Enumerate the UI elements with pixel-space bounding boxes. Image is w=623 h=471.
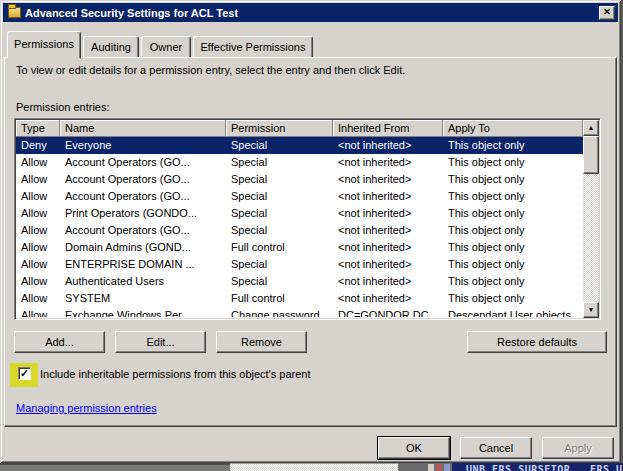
- cell-type: Allow: [16, 154, 60, 171]
- cell-permission: Special: [226, 188, 333, 205]
- tab-effective-permissions[interactable]: Effective Permissions: [193, 36, 313, 58]
- cell-inherited-from: <not inherited>: [333, 171, 443, 188]
- cell-permission: Special: [226, 154, 333, 171]
- background-console-strip: UNB ERS SURSETOR ERS U: [452, 463, 623, 471]
- cell-name: Account Operators (GO...: [60, 188, 226, 205]
- cell-type: Allow: [16, 171, 60, 188]
- cell-name: Authenticated Users: [60, 273, 226, 290]
- inherit-permissions-checkbox[interactable]: ✓: [18, 367, 31, 380]
- cell-inherited-from: <not inherited>: [333, 239, 443, 256]
- cell-permission: Special: [226, 222, 333, 239]
- window-title: Advanced Security Settings for ACL Test: [25, 7, 599, 19]
- check-icon: ✓: [20, 367, 29, 379]
- add-button[interactable]: Add...: [14, 331, 105, 353]
- table-row[interactable]: Allow Account Operators (GO... Special <…: [16, 188, 583, 205]
- cell-apply-to: This object only: [443, 137, 583, 154]
- cell-type: Allow: [16, 239, 60, 256]
- column-header-type[interactable]: Type: [16, 120, 60, 137]
- background-window-strip: UNB ERS SURSETOR ERS U: [0, 463, 623, 471]
- cancel-button[interactable]: Cancel: [460, 437, 532, 459]
- cell-name: Domain Admins (GOND...: [60, 239, 226, 256]
- close-button[interactable]: ✕: [599, 6, 615, 20]
- column-header-apply-to[interactable]: Apply To: [443, 120, 583, 137]
- scrollbar-thumb[interactable]: [583, 136, 599, 174]
- title-bar[interactable]: Advanced Security Settings for ACL Test …: [3, 3, 618, 22]
- folder-security-icon: [8, 7, 21, 18]
- cell-permission: Special: [226, 137, 333, 154]
- cell-type: Allow: [16, 222, 60, 239]
- cell-name: Account Operators (GO...: [60, 171, 226, 188]
- managing-permission-entries-link[interactable]: Managing permission entries: [16, 402, 157, 414]
- scroll-down-icon[interactable]: ▼: [583, 302, 599, 318]
- cell-inherited-from: <not inherited>: [333, 290, 443, 307]
- cell-name: Account Operators (GO...: [60, 154, 226, 171]
- inherit-permissions-label[interactable]: Include inheritable permissions from thi…: [40, 368, 311, 380]
- list-header: Type Name Permission Inherited From Appl…: [16, 120, 583, 137]
- vertical-scrollbar[interactable]: ▲ ▼: [583, 120, 599, 318]
- cell-type: Allow: [16, 188, 60, 205]
- cell-permission: Full control: [226, 290, 333, 307]
- close-icon: ✕: [603, 7, 611, 17]
- cell-inherited-from: <not inherited>: [333, 273, 443, 290]
- table-row[interactable]: Allow SYSTEM Full control <not inherited…: [16, 290, 583, 307]
- cell-inherited-from: <not inherited>: [333, 154, 443, 171]
- permission-rows: Deny Everyone Special <not inherited> Th…: [16, 137, 583, 317]
- cell-name: SYSTEM: [60, 290, 226, 307]
- table-row[interactable]: Allow Domain Admins (GOND... Full contro…: [16, 239, 583, 256]
- cell-apply-to: This object only: [443, 256, 583, 273]
- background-icon-fragment: [428, 464, 450, 471]
- table-row[interactable]: Allow Account Operators (GO... Special <…: [16, 222, 583, 239]
- cell-apply-to: This object only: [443, 239, 583, 256]
- remove-button[interactable]: Remove: [216, 331, 307, 353]
- cell-apply-to: This object only: [443, 222, 583, 239]
- cell-inherited-from: DC=GONDOR,DC...: [333, 307, 443, 317]
- cell-inherited-from: <not inherited>: [333, 256, 443, 273]
- background-clipped-text: UNB ERS SURSETOR ERS U: [466, 464, 623, 471]
- cell-permission: Special: [226, 256, 333, 273]
- cell-permission: Full control: [226, 239, 333, 256]
- table-row[interactable]: Allow Exchange Windows Per... Change pas…: [16, 307, 583, 317]
- apply-button[interactable]: Apply: [542, 437, 614, 459]
- advanced-security-settings-dialog: Advanced Security Settings for ACL Test …: [0, 0, 621, 463]
- table-row[interactable]: Allow Authenticated Users Special <not i…: [16, 273, 583, 290]
- cell-permission: Special: [226, 205, 333, 222]
- ok-button[interactable]: OK: [378, 437, 450, 459]
- cell-apply-to: This object only: [443, 290, 583, 307]
- cell-name: ENTERPRISE DOMAIN ...: [60, 256, 226, 273]
- restore-defaults-button[interactable]: Restore defaults: [467, 331, 607, 353]
- background-dark-segment: [398, 463, 428, 471]
- table-row[interactable]: Deny Everyone Special <not inherited> Th…: [16, 137, 583, 154]
- cell-type: Allow: [16, 205, 60, 222]
- edit-button[interactable]: Edit...: [115, 331, 206, 353]
- cell-inherited-from: <not inherited>: [333, 188, 443, 205]
- cell-inherited-from: <not inherited>: [333, 222, 443, 239]
- cell-apply-to: Descendant User objects: [443, 307, 583, 317]
- scroll-up-icon[interactable]: ▲: [583, 120, 599, 136]
- tab-owner[interactable]: Owner: [141, 36, 191, 58]
- cell-name: Account Operators (GO...: [60, 222, 226, 239]
- cell-type: Deny: [16, 137, 60, 154]
- table-row[interactable]: Allow ENTERPRISE DOMAIN ... Special <not…: [16, 256, 583, 273]
- cell-type: Allow: [16, 273, 60, 290]
- cell-type: Allow: [16, 307, 60, 317]
- cell-permission: Change password: [226, 307, 333, 317]
- column-header-permission[interactable]: Permission: [226, 120, 333, 137]
- tab-auditing[interactable]: Auditing: [83, 36, 139, 58]
- column-header-name[interactable]: Name: [60, 120, 226, 137]
- cell-apply-to: This object only: [443, 273, 583, 290]
- cell-inherited-from: <not inherited>: [333, 137, 443, 154]
- tab-permissions[interactable]: Permissions: [7, 31, 81, 59]
- cell-apply-to: This object only: [443, 154, 583, 171]
- table-row[interactable]: Allow Account Operators (GO... Special <…: [16, 154, 583, 171]
- cell-name: Everyone: [60, 137, 226, 154]
- table-row[interactable]: Allow Account Operators (GO... Special <…: [16, 171, 583, 188]
- column-header-inherited-from[interactable]: Inherited From: [333, 120, 443, 137]
- cell-apply-to: This object only: [443, 205, 583, 222]
- cell-apply-to: This object only: [443, 188, 583, 205]
- table-row[interactable]: Allow Print Operators (GONDO... Special …: [16, 205, 583, 222]
- cell-type: Allow: [16, 256, 60, 273]
- instruction-text: To view or edit details for a permission…: [16, 64, 596, 76]
- cell-name: Print Operators (GONDO...: [60, 205, 226, 222]
- screen: Advanced Security Settings for ACL Test …: [0, 0, 623, 471]
- background-gray-segment: [0, 463, 230, 471]
